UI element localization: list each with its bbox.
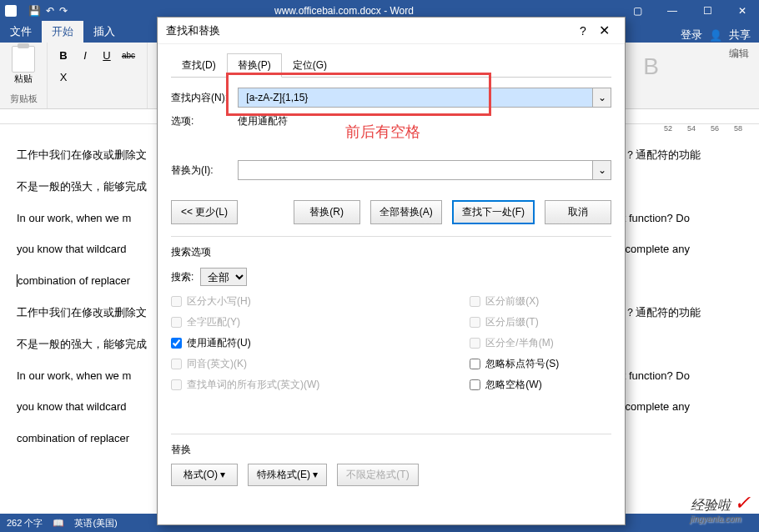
dialog-help-button[interactable]: ? bbox=[575, 24, 591, 38]
watermark: 经验啦 ✓ jingyanla.com bbox=[691, 491, 751, 524]
edit-group-label: 编辑 bbox=[729, 47, 749, 61]
document-title: www.officebai.com.docx - Word bbox=[68, 5, 621, 17]
ruler-right-ticks: 52 54 56 58 bbox=[664, 124, 742, 133]
replace-input[interactable] bbox=[238, 160, 593, 180]
redo-icon[interactable]: ↷ bbox=[59, 5, 68, 17]
find-label: 查找内容(N): bbox=[171, 91, 238, 105]
app-icon bbox=[5, 5, 17, 17]
save-icon[interactable]: 💾 bbox=[28, 5, 41, 17]
italic-button[interactable]: I bbox=[76, 46, 94, 64]
language-status[interactable]: 英语(美国) bbox=[74, 517, 117, 529]
format-button[interactable]: 格式(O) ▾ bbox=[171, 464, 238, 486]
clipboard-group-label: 剪贴板 bbox=[7, 93, 40, 105]
tab-insert[interactable]: 插入 bbox=[83, 21, 125, 43]
find-history-dropdown[interactable]: ⌄ bbox=[593, 88, 611, 108]
less-button[interactable]: << 更少(L) bbox=[171, 200, 238, 224]
style-preview: B bbox=[643, 53, 659, 80]
cb-suffix: 区分后缀(T) bbox=[470, 315, 559, 329]
search-scope-label: 搜索: bbox=[171, 270, 194, 284]
ribbon-options-icon[interactable]: ▢ bbox=[621, 0, 654, 21]
no-format-button: 不限定格式(T) bbox=[337, 464, 418, 486]
cb-all-forms: 查找单词的所有形式(英文)(W) bbox=[171, 378, 319, 392]
dialog-titlebar[interactable]: 查找和替换 ? ✕ bbox=[158, 18, 625, 44]
share-link[interactable]: 共享 bbox=[729, 28, 751, 43]
cb-match-case: 区分大小写(H) bbox=[171, 294, 319, 309]
cb-whole-word: 全字匹配(Y) bbox=[171, 315, 319, 329]
search-options-header: 搜索选项 bbox=[171, 236, 611, 259]
subscript-button[interactable]: X bbox=[54, 68, 73, 86]
search-scope-select[interactable]: 全部 bbox=[200, 268, 247, 286]
maximize-button[interactable]: ☐ bbox=[691, 0, 724, 21]
login-link[interactable]: 登录 bbox=[681, 28, 702, 43]
word-count[interactable]: 262 个字 bbox=[7, 517, 43, 529]
cb-ignore-punct[interactable]: 忽略标点符号(S) bbox=[470, 357, 559, 371]
paste-label: 粘贴 bbox=[14, 73, 33, 85]
paste-button[interactable]: 粘贴 bbox=[7, 46, 40, 85]
bold-button[interactable]: B bbox=[54, 46, 73, 64]
cb-ignore-space[interactable]: 忽略空格(W) bbox=[470, 378, 559, 392]
tab-goto[interactable]: 定位(G) bbox=[282, 53, 338, 78]
replace-history-dropdown[interactable]: ⌄ bbox=[593, 160, 611, 180]
underline-button[interactable]: U bbox=[98, 46, 116, 64]
find-input[interactable] bbox=[238, 88, 593, 108]
dialog-tabs: 查找(D) 替换(P) 定位(G) bbox=[171, 53, 611, 78]
cb-full-half: 区分全/半角(M) bbox=[470, 336, 559, 350]
cb-wildcard[interactable]: 使用通配符(U) bbox=[171, 336, 319, 350]
paste-icon bbox=[12, 46, 35, 73]
check-icon: ✓ bbox=[734, 491, 751, 514]
replace-button[interactable]: 替换(R) bbox=[294, 200, 360, 224]
share-icon[interactable]: 👤 bbox=[709, 29, 722, 42]
cancel-button[interactable]: 取消 bbox=[545, 200, 611, 224]
find-next-button[interactable]: 查找下一处(F) bbox=[452, 200, 535, 224]
replace-section-header: 替换 bbox=[171, 434, 611, 457]
find-replace-dialog: 查找和替换 ? ✕ 查找(D) 替换(P) 定位(G) 查找内容(N): ⌄ 选… bbox=[157, 17, 626, 525]
options-value: 使用通配符 bbox=[238, 114, 288, 128]
special-format-button[interactable]: 特殊格式(E) ▾ bbox=[248, 464, 327, 486]
tab-start[interactable]: 开始 bbox=[42, 21, 83, 43]
strike-button[interactable]: abc bbox=[119, 46, 138, 64]
options-label: 选项: bbox=[171, 114, 238, 128]
cb-prefix: 区分前缀(X) bbox=[470, 294, 559, 309]
minimize-button[interactable]: — bbox=[656, 0, 689, 21]
dialog-title: 查找和替换 bbox=[166, 23, 575, 38]
tab-replace[interactable]: 替换(P) bbox=[227, 53, 282, 78]
tab-file[interactable]: 文件 bbox=[0, 21, 42, 43]
cb-homonym: 同音(英文)(K) bbox=[171, 357, 319, 371]
replace-all-button[interactable]: 全部替换(A) bbox=[370, 200, 442, 224]
dialog-close-button[interactable]: ✕ bbox=[591, 23, 616, 38]
undo-icon[interactable]: ↶ bbox=[46, 5, 54, 17]
replace-label: 替换为(I): bbox=[171, 163, 238, 178]
tab-find[interactable]: 查找(D) bbox=[171, 53, 227, 78]
close-button[interactable]: ✕ bbox=[726, 0, 759, 21]
proofing-icon[interactable]: 📖 bbox=[53, 518, 64, 529]
